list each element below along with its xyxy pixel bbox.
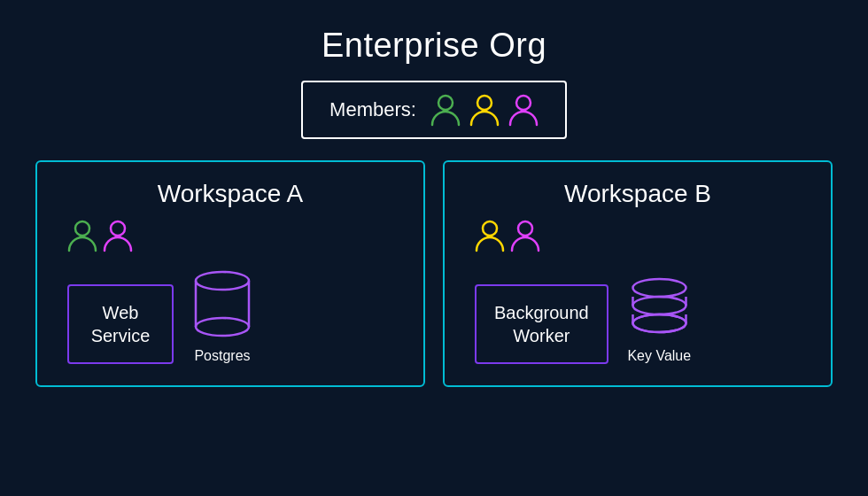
background-worker-label: BackgroundWorker <box>494 301 589 347</box>
workspace-b: Workspace B BackgroundWorker <box>443 160 833 387</box>
workspace-a-services: WebService Postgres <box>58 268 402 364</box>
key-value-wrapper: Key Value <box>626 268 693 364</box>
svg-point-0 <box>438 96 453 110</box>
workspace-b-title: Workspace B <box>466 180 810 208</box>
postgres-icon <box>191 268 253 339</box>
workspace-b-member-pink <box>510 219 540 252</box>
svg-point-5 <box>196 272 249 290</box>
member-icon-pink <box>508 93 539 127</box>
svg-point-3 <box>75 221 89 236</box>
svg-point-6 <box>196 318 249 336</box>
svg-point-8 <box>518 221 532 236</box>
svg-point-7 <box>483 221 497 236</box>
workspace-a-title: Workspace A <box>58 180 402 208</box>
web-service-label: WebService <box>91 301 151 347</box>
workspace-a-members <box>58 219 133 252</box>
svg-point-11 <box>632 279 686 297</box>
svg-point-10 <box>632 297 686 314</box>
workspace-b-services: BackgroundWorker Key <box>466 268 810 364</box>
background-worker-box: BackgroundWorker <box>475 284 608 364</box>
svg-point-12 <box>632 314 686 332</box>
workspace-a: Workspace A WebService <box>35 160 425 387</box>
members-label: Members: <box>329 98 416 121</box>
postgres-wrapper: Postgres <box>191 268 253 364</box>
members-box: Members: <box>301 81 567 139</box>
svg-point-1 <box>477 96 492 110</box>
workspace-b-member-yellow <box>475 219 505 252</box>
member-icon-yellow <box>469 93 500 127</box>
postgres-label: Postgres <box>194 348 250 364</box>
web-service-box: WebService <box>67 284 174 364</box>
workspace-b-members <box>466 219 540 252</box>
page-title: Enterprise Org <box>322 27 546 65</box>
key-value-icon <box>626 268 693 339</box>
svg-point-2 <box>516 96 531 110</box>
workspace-a-member-pink <box>103 219 133 252</box>
workspaces-row: Workspace A WebService <box>35 160 833 387</box>
svg-point-4 <box>111 221 125 236</box>
workspace-a-member-green <box>67 219 97 252</box>
key-value-label: Key Value <box>627 348 691 364</box>
member-icon-green <box>430 93 461 127</box>
